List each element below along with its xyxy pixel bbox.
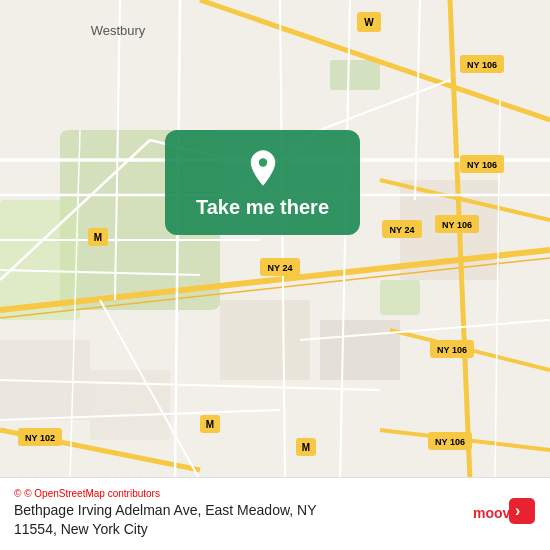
svg-text:›: ›: [515, 502, 520, 519]
address-section: © © OpenStreetMap contributors Bethpage …: [14, 488, 316, 540]
address-line2-text: 11554, New York City: [14, 521, 148, 537]
svg-point-61: [258, 158, 266, 166]
copyright-symbol: ©: [14, 488, 21, 499]
take-me-there-label: Take me there: [196, 196, 329, 219]
moovit-logo: moovit ›: [471, 488, 536, 530]
osm-credit-text: © OpenStreetMap contributors: [24, 488, 160, 499]
address-line1-text: Bethpage Irving Adelman Ave, East Meadow…: [14, 502, 316, 518]
route-box[interactable]: Take me there: [165, 130, 360, 235]
svg-text:moovit: moovit: [473, 505, 519, 521]
map-pin-icon: [243, 148, 283, 188]
info-bar: © © OpenStreetMap contributors Bethpage …: [0, 477, 550, 550]
osm-credit: © © OpenStreetMap contributors: [14, 488, 316, 499]
address-line1: Bethpage Irving Adelman Ave, East Meadow…: [14, 501, 316, 540]
map-container: W NY 106 NY 106 NY 106 NY 106 NY 106 NY …: [0, 0, 550, 550]
map-background: [0, 0, 550, 550]
